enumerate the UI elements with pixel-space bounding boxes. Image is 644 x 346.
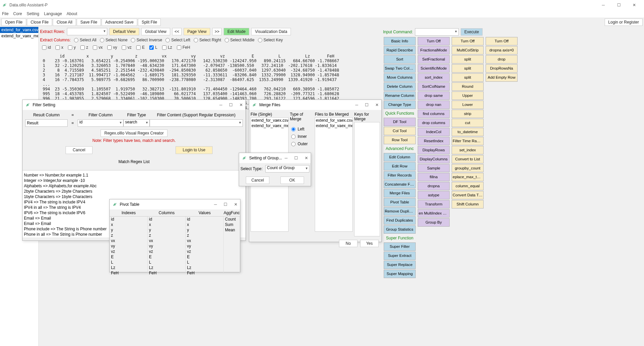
menu-about[interactable]: About	[67, 11, 77, 16]
dialog-close-icon[interactable]: ✕	[234, 202, 237, 207]
select-key-radio[interactable]: Select Key	[258, 38, 283, 42]
list-item[interactable]: z	[110, 233, 147, 238]
list-item[interactable]: extend_for_vaex_merge.	[315, 123, 352, 128]
pivot-indexes-list[interactable]: id x y z vx vy vz E L Lz FeH	[110, 217, 148, 274]
sort-colname-button[interactable]: SortColName	[418, 82, 450, 91]
astype-button[interactable]: astype	[418, 191, 450, 199]
edit-row-button[interactable]: Edit Row	[384, 162, 416, 170]
drop-same-button[interactable]: drop same	[418, 91, 450, 100]
regex-item[interactable]: Alphabets => Alphabets,for example Abc	[24, 183, 244, 189]
group-statistics-button[interactable]: Group Statistics	[384, 225, 416, 234]
dropna-axis0-button[interactable]: dropna axis=0	[486, 46, 518, 54]
regex-creator-button[interactable]: Regex.olllo Visual Regex Creator	[101, 129, 167, 137]
extract-rows-combo[interactable]	[67, 28, 107, 35]
dialog-close-icon[interactable]: ✕	[375, 103, 379, 107]
transform-button[interactable]: Transform	[418, 200, 450, 208]
merge-left-radio[interactable]: Left	[291, 125, 312, 133]
list-item[interactable]: FeH	[186, 270, 223, 276]
turn-off-b-button[interactable]: Turn Off	[418, 37, 450, 45]
list-item[interactable]: FeH	[110, 270, 147, 276]
list-item[interactable]: FeH	[148, 270, 185, 276]
group-cancel-button[interactable]: Cancel	[246, 177, 269, 184]
dropna-button[interactable]: dropna	[418, 182, 450, 190]
col-check-z[interactable]: z	[80, 45, 88, 50]
col-check-x[interactable]: x	[55, 45, 63, 50]
super-extract-button[interactable]: Super Extract	[384, 252, 416, 260]
merge-inner-radio[interactable]: Inner	[291, 133, 312, 140]
minimize-button[interactable]: ─	[596, 0, 611, 10]
merge-files-tobe-list[interactable]: extend_for_vaex.csv extend_for_vaex_merg…	[315, 117, 353, 232]
menu-setting[interactable]: Setting	[27, 11, 39, 16]
dialog-maximize-icon[interactable]: ☐	[365, 103, 369, 107]
group-by-button[interactable]: Group By	[418, 218, 450, 227]
reset-index-button[interactable]: ResetIndex	[418, 137, 450, 145]
list-item[interactable]: Lz	[148, 265, 185, 270]
drop-columns-button[interactable]: drop columns	[418, 119, 450, 127]
convert-data-types-button[interactable]: Convert Data Types	[452, 191, 484, 199]
swap-columns-button[interactable]: Swap Two Columns	[384, 64, 416, 73]
regex-item[interactable]: 1byte Characters => 1byte Characters	[24, 194, 244, 199]
list-item[interactable]: id	[186, 217, 223, 222]
input-command-combo[interactable]	[415, 28, 459, 36]
change-type-button[interactable]: Change Type	[384, 101, 416, 109]
select-none-radio[interactable]: Select None	[100, 38, 127, 42]
edit-column-button[interactable]: Edit Column	[384, 153, 416, 161]
sort-button[interactable]: Sort	[384, 55, 416, 64]
pivot-values-list[interactable]: id x y z vx vy vz E L Lz FeH	[186, 217, 224, 274]
split-button-2[interactable]: split	[452, 64, 484, 73]
pivot-columns-list[interactable]: id x y z vx vy vz E L Lz FeH	[148, 217, 186, 274]
set-index-button[interactable]: set_index	[452, 146, 484, 154]
edit-mode-button[interactable]: Edit Mode	[224, 28, 249, 35]
sort-index-button[interactable]: sort_index	[418, 73, 450, 82]
list-item[interactable]: L	[186, 260, 223, 265]
list-item[interactable]: Mean	[224, 227, 239, 233]
global-view-button[interactable]: Global View	[141, 28, 170, 35]
list-item[interactable]: E	[186, 254, 223, 260]
merge-no-button[interactable]: No	[339, 240, 357, 247]
shift-column-button[interactable]: Shift Column	[452, 200, 484, 208]
replace-max-zero-button[interactable]: eplace_max_to_zero	[452, 173, 484, 181]
select-inverse-radio[interactable]: Select Inverse	[131, 38, 162, 42]
list-item[interactable]: Lz	[110, 265, 147, 270]
list-item[interactable]: E	[110, 254, 147, 260]
split-button-1[interactable]: split	[452, 55, 484, 64]
list-item[interactable]: z	[148, 233, 185, 238]
col-check-e[interactable]: E	[136, 45, 145, 50]
list-item[interactable]: z	[186, 233, 223, 238]
merge-outer-radio[interactable]: Outer	[291, 140, 312, 148]
list-item[interactable]: Count	[224, 217, 239, 222]
turn-off-c-button[interactable]: Turn Off	[452, 37, 484, 45]
strip-button[interactable]: strip	[452, 110, 484, 118]
lower-button[interactable]: Lower	[452, 101, 484, 109]
open-file-button[interactable]: Open File	[1, 18, 26, 26]
close-file-button[interactable]: Close File	[27, 18, 52, 26]
list-item[interactable]: vx	[148, 238, 185, 243]
list-item[interactable]: x	[186, 222, 223, 227]
split-file-button[interactable]: Split File	[138, 18, 161, 26]
regex-item[interactable]: Integer => Integer,for example -10	[24, 178, 244, 183]
col-check-vx[interactable]: vx	[93, 45, 103, 50]
list-item[interactable]: x	[110, 222, 147, 227]
find-duplicates-button[interactable]: Find Duplicates	[384, 216, 416, 225]
list-item[interactable]: vy	[148, 243, 185, 249]
file-item[interactable]: extend_for_vaex_merge.	[0, 33, 38, 39]
basic-info-button[interactable]: Basic Info	[384, 37, 416, 45]
set-fractional-button[interactable]: SetFractional	[418, 55, 450, 64]
dialog-minimize-icon[interactable]: ─	[219, 103, 222, 107]
filter-column-combo[interactable]: id	[78, 119, 123, 127]
list-item[interactable]: vz	[148, 249, 185, 254]
save-file-button[interactable]: Save File	[77, 18, 101, 26]
multicol-strip-button[interactable]: MultiColStrip	[452, 46, 484, 54]
col-check-vz[interactable]: vz	[122, 45, 131, 50]
list-item[interactable]: y	[110, 227, 147, 233]
login-register-button[interactable]: Login or Register	[605, 18, 643, 26]
menu-language[interactable]: Language	[44, 11, 62, 16]
dialog-close-icon[interactable]: ✕	[239, 103, 243, 107]
sample-button[interactable]: Sample	[418, 164, 450, 172]
list-item[interactable]: id	[148, 217, 185, 222]
merge-keys-list[interactable]	[354, 122, 380, 236]
close-button[interactable]: ✕	[627, 0, 642, 10]
find-columns-button[interactable]: find columns	[418, 110, 450, 118]
select-middle-radio[interactable]: Select Middle	[225, 38, 255, 42]
list-item[interactable]: Sum	[224, 222, 239, 227]
